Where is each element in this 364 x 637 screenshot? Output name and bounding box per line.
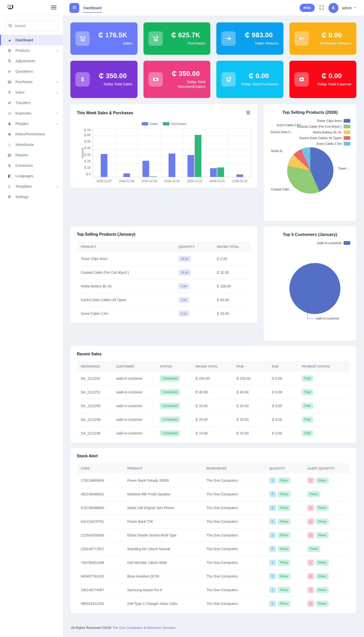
add-tab-button[interactable]: [69, 3, 79, 13]
code-cell: 176128899654: [77, 474, 123, 487]
unit-badge: Piece: [278, 560, 290, 566]
sidebar-item-adjustments[interactable]: ⇅ Adjustments: [0, 56, 63, 66]
table-row[interactable]: 3core Cable 2.5m 3 pc ₵ 33.00: [77, 307, 251, 321]
table-row[interactable]: 845497762426 Bose Headset QC55 The One C…: [77, 569, 350, 583]
bar-purchases-2026-01-01[interactable]: [217, 167, 224, 177]
bar-sales-2025-12-28[interactable]: [123, 173, 130, 177]
table-row[interactable]: 578758496694 Nokia 106 Orignal Yam Phone…: [77, 501, 350, 515]
stat-card-purchases[interactable]: ₵ 625.7K Purchases: [144, 23, 210, 55]
table-row[interactable]: 758790401489 Dell Mornitor 19inch Wide T…: [77, 556, 350, 569]
x-tick-label: 2025-12-31: [183, 179, 206, 183]
sidebar-item-expenses[interactable]: ▭ Expenses ›: [0, 108, 63, 118]
table-row[interactable]: Tower Clips 6mm 20 pc ₵ 2.00: [77, 252, 251, 266]
table-row[interactable]: Nokia Battery BL-5c 4 pc ₵ 100.00: [77, 279, 251, 293]
sidebar-item-reports[interactable]: ▥ Reports: [0, 150, 63, 160]
stat-text: ₵ 0.00 Today Total Purchases: [239, 72, 278, 87]
table-row[interactable]: 220140777837 Standing fan 18inch Normal …: [77, 542, 350, 556]
sidebar-item-settings[interactable]: ⚙ Settings: [0, 192, 63, 202]
grand-total-cell: ₵ 32.00: [213, 266, 251, 279]
sidebar-toggle-button[interactable]: [50, 4, 58, 12]
y-tick-label: ₵ 5K: [84, 140, 91, 143]
bar-sales-2025-12-30[interactable]: [168, 154, 175, 177]
stat-card-sales-returns[interactable]: ₵ 983.00 Sales Returns: [216, 23, 284, 55]
tab-group: Dashboard: [69, 3, 102, 13]
table-row[interactable]: 066331411253 Dell Type C Charger Inbox 1…: [77, 597, 350, 611]
sidebar-item-templates[interactable]: ▯ Templates ›: [0, 181, 63, 192]
status-badge: Completed: [160, 403, 180, 409]
chart-header: This Week Sales & Purchases: [77, 110, 251, 116]
legend-item-nokia-battery-bl-5c[interactable]: Nokia Battery BL-5c: [313, 130, 350, 134]
legend-item-dacksi-data-cables-all-types[interactable]: Dacksi Data Cables All Types: [299, 136, 350, 140]
chevron-down-icon: [353, 6, 356, 10]
fullscreen-button[interactable]: [318, 5, 325, 12]
bar-purchases-2025-12-29[interactable]: [150, 176, 156, 177]
table-row[interactable]: 841210478751 Power Bank T36 The One Comp…: [77, 515, 350, 528]
stat-card-today-total-received-sales[interactable]: ₵ 350.00 Today Total Received(Sales): [144, 61, 210, 98]
table-body: Tower Clips 6mm 20 pc ₵ 2.00 Coaxial Cab…: [77, 252, 251, 320]
sidebar-item-sales[interactable]: ⊻ Sales ›: [0, 87, 63, 98]
y-tick-label: ₵ 6K: [84, 134, 91, 137]
sidebar-item-purchases[interactable]: ▤ Purchases ›: [0, 77, 63, 87]
chart-menu-button[interactable]: [246, 110, 251, 116]
avatar[interactable]: A: [328, 3, 338, 13]
top-customers-pie[interactable]: [290, 263, 340, 314]
adjust-icon: ⇅: [7, 59, 12, 63]
person-icon: ♟: [7, 121, 12, 126]
legend-item-sales[interactable]: Sales: [142, 122, 158, 126]
table-row[interactable]: SA_1112251 walk-in-customer Completed ₵ …: [77, 386, 350, 399]
search-input[interactable]: [14, 24, 55, 28]
sidebar-item-dashboard[interactable]: ◕ Dashboard: [0, 35, 63, 45]
bar-chart-plot[interactable]: [93, 129, 251, 177]
quantity-badge: 0: [269, 546, 276, 552]
stat-card-today-total-purchases[interactable]: ₵ 0.00 Today Total Purchases: [216, 61, 284, 98]
sidebar-item-currencies[interactable]: $ Currencies: [0, 160, 63, 171]
legend-item-3core-cable-2-5m[interactable]: 3core Cable 2.5m: [316, 142, 350, 146]
legend-item-tower-clips-6mm[interactable]: Tower Clips 6mm: [317, 119, 350, 123]
footer-link[interactable]: The One Computers & Electronic Services: [112, 626, 176, 629]
stock-alert-card: Stock Alert CODEPRODUCTWAREHOUSEQUANTITY…: [70, 448, 356, 613]
table-row[interactable]: Coaxial Cable (Per Coil 80yrd ) 16 pc ₵ …: [77, 266, 251, 279]
sidebar-item-warehouse[interactable]: ⌂ Warehouse: [0, 139, 63, 150]
table-row[interactable]: SA_1112248 walk-in-customer Completed ₵ …: [77, 427, 350, 440]
bar-sales-2026-01-01[interactable]: [210, 168, 217, 177]
status-badge: Completed: [160, 389, 180, 395]
stat-card-today-total-expense[interactable]: ₵ 0.00 Today Total Expense: [290, 61, 356, 98]
bar-sales-2025-12-29[interactable]: [142, 161, 149, 177]
legend-item-walk-in-customer[interactable]: walk-in-customer: [317, 241, 350, 245]
table-row[interactable]: SA_1112249 walk-in-customer Completed ₵ …: [77, 413, 350, 427]
sidebar-item-roles-permissions[interactable]: ◈ Roles/Permissions: [0, 129, 63, 139]
legend-item-purchases[interactable]: Purchases: [163, 122, 186, 126]
product-cell: Samsung Airpod Pro 6: [123, 583, 202, 597]
table-row[interactable]: 211504205008 Elbee Double Socket Multi T…: [77, 528, 350, 542]
pos-button[interactable]: POS: [300, 4, 315, 12]
sidebar-item-products[interactable]: ⊞ Products ›: [0, 45, 63, 56]
cart-icon: [75, 31, 90, 46]
bar-sales-2025-12-31[interactable]: [188, 155, 194, 177]
alert-quantity-badge: 0: [307, 573, 314, 579]
table-row[interactable]: 176128899654 Power Bank Yokady 20000 The…: [77, 474, 350, 487]
bar-purchases-2025-12-31[interactable]: [195, 135, 202, 177]
table-row[interactable]: 185149774097 Samsung Airpod Pro 6 The On…: [77, 583, 350, 597]
stat-card-today-total-sales[interactable]: $ ₵ 350.00 Today Total Sales: [70, 61, 138, 98]
table-header-row: REFERENCECUSTOMERSTATUSGRAND TOTALPAIDDU…: [77, 361, 350, 372]
stat-card-sales[interactable]: ₵ 176.5K Sales: [70, 23, 138, 55]
sidebar-item-quotations[interactable]: ⊎ Quotations: [0, 66, 63, 77]
table-row[interactable]: SA_1112250 walk-in-customer Completed ₵ …: [77, 399, 350, 413]
stat-text: ₵ 625.7K Purchases: [166, 31, 206, 46]
table-row[interactable]: Dacksi Data Cables All Types 3 pc ₵ 60.0…: [77, 293, 251, 307]
bar-sales-2025-12-27[interactable]: [101, 154, 108, 177]
status-badge: Completed: [160, 417, 180, 423]
tab-dashboard[interactable]: Dashboard: [83, 3, 102, 13]
top-products-pie[interactable]: [287, 147, 334, 194]
table-row[interactable]: 402198948841 Maxbest MB-Tm09 Speaker The…: [77, 487, 350, 501]
legend-item-coaxial-cable-per-coil-80yrd[interactable]: Coaxial Cable (Per Coil 80yrd ): [297, 125, 350, 128]
sidebar-item-peoples[interactable]: ♟ Peoples ›: [0, 118, 63, 129]
bar-sales-2026-01-02[interactable]: [236, 174, 243, 177]
sidebar-item-transfers[interactable]: ⇄ Transfers: [0, 98, 63, 108]
stat-value: ₵ 625.7K: [166, 31, 206, 39]
product-cell: 3core Cable 2.5m: [77, 307, 174, 321]
stat-card-purchases-returns[interactable]: ₵ 0.00 Purchases Returns: [290, 23, 356, 55]
sidebar-item-languages[interactable]: ◧ Languages: [0, 171, 63, 181]
table-row[interactable]: SA_1112252 walk-in-customer Completed ₵ …: [77, 372, 350, 386]
user-menu[interactable]: admin: [342, 6, 357, 10]
